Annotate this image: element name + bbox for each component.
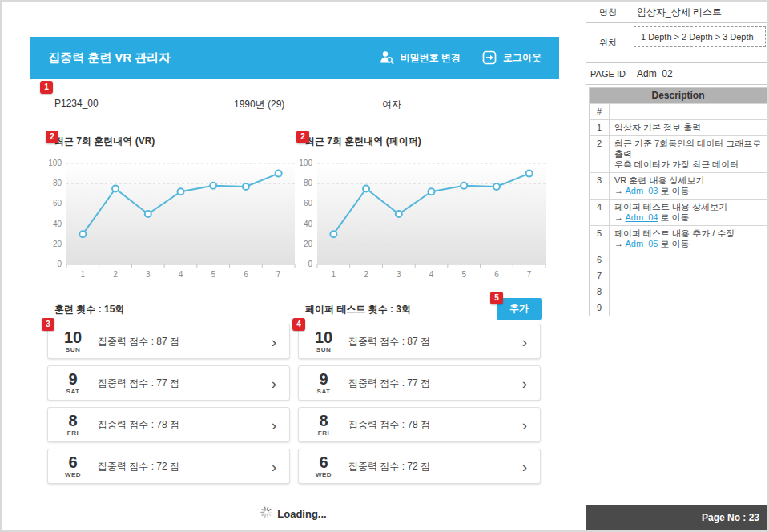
paper-list-item[interactable]: 10SUN집중력 점수 : 87 점› [298,324,541,359]
description-row: 5페이퍼 테스트 내용 추가 / 수정→ Adm_05 로 이동 [590,225,767,252]
svg-text:40: 40 [304,220,313,228]
day-date: 10SUN [299,329,348,353]
day-number: 9 [48,371,98,387]
day-number: 6 [48,454,98,470]
svg-text:6: 6 [244,270,248,279]
row-text: VR 훈련 내용 상세보기→ Adm_03 로 이동 [610,173,767,199]
spec-badge-2-vr: 2 [46,131,58,143]
info-top-divider [46,87,559,87]
vr-count-label: 훈련 횟수 : 15회 [54,303,124,316]
svg-text:5: 5 [211,270,215,279]
password-change-button[interactable]: 비밀번호 변경 [379,50,461,66]
paper-test-list: 10SUN집중력 점수 : 87 점›9SAT집중력 점수 : 77 점›8FR… [298,324,541,484]
row-number: 6 [590,252,610,268]
day-name: FRI [48,430,98,437]
spec-badge-2-paper: 2 [296,131,309,143]
row-text: 임상자 기본 정보 출력 [610,120,767,135]
score-label: 집중력 점수 : 78 점 [348,418,430,432]
row-text: 페이퍼 테스트 내용 추가 / 수정→ Adm_05 로 이동 [610,226,767,252]
svg-text:0: 0 [308,260,312,268]
svg-text:100: 100 [299,159,312,167]
paper-list-item[interactable]: 8FRI집중력 점수 : 78 점› [298,407,541,442]
svg-text:80: 80 [304,179,313,187]
header-actions: 비밀번호 변경 로그아웃 [379,50,559,66]
paper-count-label: 페이퍼 테스트 횟수 : 3회 [305,303,411,316]
page-number: Page No : 23 [586,505,769,530]
patient-gender: 여자 [382,98,401,111]
logout-button[interactable]: 로그아웃 [481,50,542,66]
row-number: 7 [590,268,610,284]
description-row: 3VR 훈련 내용 상세보기→ Adm_03 로 이동 [590,172,767,199]
svg-text:3: 3 [397,270,401,279]
field-row-location: 위치 1 Depth > 2 Depth > 3 Depth [586,23,769,63]
loading-label: Loading... [277,508,326,520]
row-number: 3 [590,173,610,199]
svg-text:3: 3 [146,270,151,279]
line-chart-paper: 0204060801001234567 [296,154,548,284]
svg-text:2: 2 [113,270,118,279]
info-bottom-divider [47,115,559,115]
score-label: 집중력 점수 : 77 점 [98,377,179,390]
day-date: 6WED [48,454,98,478]
day-name: FRI [299,430,348,437]
vr-list-item[interactable]: 8FRI집중력 점수 : 78 점› [47,407,290,442]
day-date: 10SUN [48,329,98,353]
chart-title-vr: 최근 7회 훈련내역 (VR) [54,135,155,148]
day-name: SUN [48,347,98,353]
row-text: 페이퍼 테스트 내용 상세보기→ Adm_04 로 이동 [610,200,767,225]
spec-badge-1: 1 [40,81,53,94]
svg-text:60: 60 [304,199,313,208]
row-text [610,284,767,300]
vr-list-item[interactable]: 10SUN집중력 점수 : 87 점› [47,324,290,359]
row-number: # [590,104,610,119]
loading-indicator: Loading... [2,506,586,522]
vr-list-item[interactable]: 9SAT집중력 점수 : 77 점› [47,365,290,401]
row-text [610,252,767,268]
description-row: 6 [590,252,767,268]
day-date: 8FRI [48,413,98,437]
password-change-label: 비밀번호 변경 [401,51,461,65]
patient-id: P1234_00 [54,98,99,109]
app-title: 집중력 훈련 VR 관리자 [30,50,171,66]
chart-title-paper: 최근 7회 훈련내역 (페이퍼) [305,135,421,148]
score-label: 집중력 점수 : 87 점 [98,335,179,349]
score-label: 집중력 점수 : 78 점 [98,418,179,432]
row-text [610,300,767,316]
svg-text:0: 0 [57,260,62,268]
row-text: 최근 기준 7회동안의 데이터 그래프로 출력우측 데이터가 가장 최근 데이터 [610,136,767,172]
day-number: 8 [299,413,348,429]
page-link[interactable]: Adm_05 [625,239,658,248]
svg-text:7: 7 [276,270,281,279]
svg-text:2: 2 [364,270,368,279]
spec-badge-4: 4 [292,318,305,331]
vr-list-item[interactable]: 6WED집중력 점수 : 72 점› [47,449,290,484]
svg-text:80: 80 [53,179,62,187]
day-number: 10 [299,329,348,345]
day-date: 9SAT [48,371,98,395]
row-text [610,104,767,119]
patient-birth: 1990년 (29) [234,98,284,111]
field-value-pageid: Adm_02 [630,63,769,84]
add-button[interactable]: 추가 [497,298,542,320]
row-number: 8 [590,284,610,300]
field-label-pageid: PAGE ID [586,63,630,84]
user-search-icon [379,50,395,66]
chevron-right-icon: › [522,334,540,349]
row-number: 1 [590,120,610,135]
day-date: 8FRI [299,413,348,437]
chevron-right-icon: › [522,417,540,433]
spec-badge-5: 5 [490,292,503,304]
paper-list-item[interactable]: 9SAT집중력 점수 : 77 점› [298,365,541,401]
page-link[interactable]: Adm_04 [625,212,658,222]
spec-sidebar: 명칭 임상자_상세 리스트 위치 1 Depth > 2 Depth > 3 D… [586,2,769,530]
field-row-pageid: PAGE ID Adm_02 [586,63,769,85]
paper-list-item[interactable]: 6WED집중력 점수 : 72 점› [298,449,541,484]
page-link[interactable]: Adm_03 [625,186,658,195]
description-row: # [590,103,767,119]
row-number: 5 [590,226,610,252]
chevron-right-icon: › [272,417,289,433]
description-row: 1임상자 기본 정보 출력 [590,119,767,135]
svg-text:4: 4 [179,270,183,279]
app-mockup: 집중력 훈련 VR 관리자 비밀번호 변경 [2,2,586,530]
svg-text:20: 20 [304,240,313,248]
